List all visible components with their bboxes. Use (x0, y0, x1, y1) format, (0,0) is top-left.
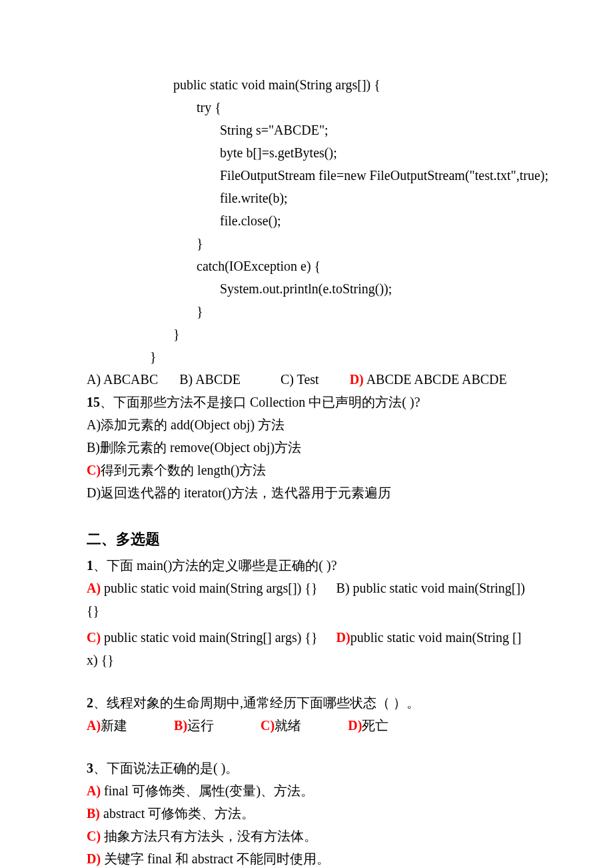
q15-text: 、下面那些方法不是接口 Collection 中已声明的方法( )? (100, 395, 420, 409)
mq3-option-d-prefix: D) (87, 851, 101, 866)
mq2-option-d-prefix: D) (348, 718, 362, 733)
code-line: FileOutputStream file=new FileOutputStre… (87, 164, 526, 187)
q15-stem: 15、下面那些方法不是接口 Collection 中已声明的方法( )? (87, 391, 526, 413)
mq3-stem: 3、下面说法正确的是( )。 (87, 757, 526, 779)
mq3-option-d-text: 关键字 final 和 abstract 不能同时使用。 (101, 851, 330, 866)
code-line: catch(IOException e) { (87, 255, 526, 277)
mq2-number: 2 (87, 695, 93, 710)
mq1-option-a-text: public static void main(String args[]) {… (101, 581, 317, 595)
q15-option-b: B)删除元素的 remove(Object obj)方法 (87, 436, 526, 459)
code-line: } (87, 300, 526, 323)
mq2-option-b-text: 运行 (187, 718, 214, 733)
mq3-option-c: C) 抽象方法只有方法头，没有方法体。 (87, 825, 526, 847)
q14-option-c: C) Test (281, 372, 319, 387)
mq3-option-d: D) 关键字 final 和 abstract 不能同时使用。 (87, 847, 526, 868)
mq2-option-a-prefix: A) (87, 718, 101, 733)
mq1-number: 1 (87, 558, 93, 573)
mq3-option-b: B) abstract 可修饰类、方法。 (87, 802, 526, 825)
code-line: public static void main(String args[]) { (87, 73, 526, 96)
mq3-option-b-prefix: B) (87, 806, 100, 821)
mq1-option-c-prefix: C) (87, 630, 101, 645)
q14-option-b: B) ABCDE (179, 372, 241, 387)
mq2-option-b-prefix: B) (174, 718, 187, 733)
code-line: } (87, 323, 526, 345)
section-2-header: 二、多选题 (87, 527, 526, 551)
q14-option-d-text: ABCDE ABCDE ABCDE (364, 372, 507, 387)
mq2-option-d-text: 死亡 (362, 718, 388, 733)
code-line: file.write(b); (87, 187, 526, 209)
mq3-option-c-prefix: C) (87, 829, 101, 843)
mq2-option-c-prefix: C) (261, 718, 275, 733)
mq2-text: 、线程对象的生命周期中,通常经历下面哪些状态（ ）。 (93, 695, 420, 710)
mq1-text: 、下面 main()方法的定义哪些是正确的( )? (93, 558, 337, 573)
q14-options: A) ABCABC B) ABCDE C) Test D) ABCDE ABCD… (87, 368, 526, 391)
q14-option-d-prefix: D) (350, 372, 364, 387)
mq3-option-b-text: abstract 可修饰类、方法。 (100, 806, 255, 821)
code-line: try { (87, 96, 526, 119)
mq3-option-a-prefix: A) (87, 783, 101, 798)
q15-option-d: D)返回迭代器的 iterator()方法，迭代器用于元素遍历 (87, 481, 526, 504)
mq1-row1: A) public static void main(String args[]… (87, 577, 526, 622)
mq2-option-a-text: 新建 (101, 718, 127, 733)
code-line: byte b[]=s.getBytes(); (87, 141, 526, 164)
mq2-stem: 2、线程对象的生命周期中,通常经历下面哪些状态（ ）。 (87, 691, 526, 714)
q15-option-c: C)得到元素个数的 length()方法 (87, 459, 526, 481)
page: public static void main(String args[]) {… (0, 0, 613, 868)
code-line: file.close(); (87, 209, 526, 232)
mq1-row2: C) public static void main(String[] args… (87, 626, 526, 671)
mq3-number: 3 (87, 761, 93, 775)
q14-option-a: A) ABCABC (87, 372, 158, 387)
q15-option-c-prefix: C) (87, 463, 101, 477)
mq3-option-a-text: final 可修饰类、属性(变量)、方法。 (101, 783, 314, 798)
mq2-option-c-text: 就绪 (275, 718, 301, 733)
mq3-option-a: A) final 可修饰类、属性(变量)、方法。 (87, 779, 526, 802)
mq2-options: A)新建 B)运行 C)就绪 D)死亡 (87, 714, 526, 737)
code-line: System.out.println(e.toString()); (87, 277, 526, 300)
code-line: String s="ABCDE"; (87, 119, 526, 141)
q15-option-c-text: 得到元素个数的 length()方法 (101, 463, 266, 477)
mq1-stem: 1、下面 main()方法的定义哪些是正确的( )? (87, 554, 526, 577)
mq1-option-c-text: public static void main(String[] args) {… (101, 630, 317, 645)
mq1-option-a-prefix: A) (87, 581, 101, 595)
q15-number: 15 (87, 395, 100, 409)
code-line: } (87, 345, 526, 368)
mq3-option-c-text: 抽象方法只有方法头，没有方法体。 (101, 829, 317, 843)
mq3-text: 、下面说法正确的是( )。 (93, 761, 239, 775)
q15-option-a: A)添加元素的 add(Object obj) 方法 (87, 413, 526, 436)
mq1-option-d-prefix: D) (336, 630, 350, 645)
code-line: } (87, 232, 526, 255)
